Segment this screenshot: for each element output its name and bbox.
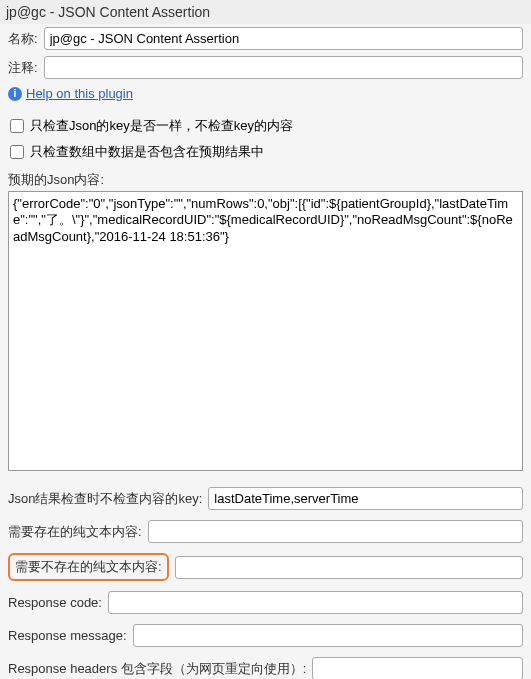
expected-json-label: 预期的Json内容: [0,165,531,191]
response-code-label: Response code: [8,595,102,610]
check-array-contains-checkbox[interactable] [10,145,24,159]
check-json-key-only-checkbox[interactable] [10,119,24,133]
name-input[interactable] [44,27,523,50]
help-icon: i [8,87,22,101]
expected-json-textarea[interactable] [8,191,523,471]
comment-input[interactable] [44,56,523,79]
help-link[interactable]: Help on this plugin [26,86,133,101]
response-message-input[interactable] [133,624,523,647]
must-exist-text-input[interactable] [148,520,523,543]
response-headers-label: Response headers 包含字段（为网页重定向使用）: [8,660,306,678]
response-headers-input[interactable] [312,657,523,679]
response-code-input[interactable] [108,591,523,614]
name-label: 名称: [8,30,38,48]
must-not-exist-text-label: 需要不存在的纯文本内容: [8,553,169,581]
must-not-exist-text-input[interactable] [175,556,523,579]
response-message-label: Response message: [8,628,127,643]
window-title: jp@gc - JSON Content Assertion [0,0,531,24]
comment-label: 注释: [8,59,38,77]
check-json-key-only-label: 只检查Json的key是否一样，不检查key的内容 [30,117,293,135]
exclude-keys-label: Json结果检查时不检查内容的key: [8,490,202,508]
exclude-keys-input[interactable] [208,487,523,510]
must-exist-text-label: 需要存在的纯文本内容: [8,523,142,541]
check-array-contains-label: 只检查数组中数据是否包含在预期结果中 [30,143,264,161]
